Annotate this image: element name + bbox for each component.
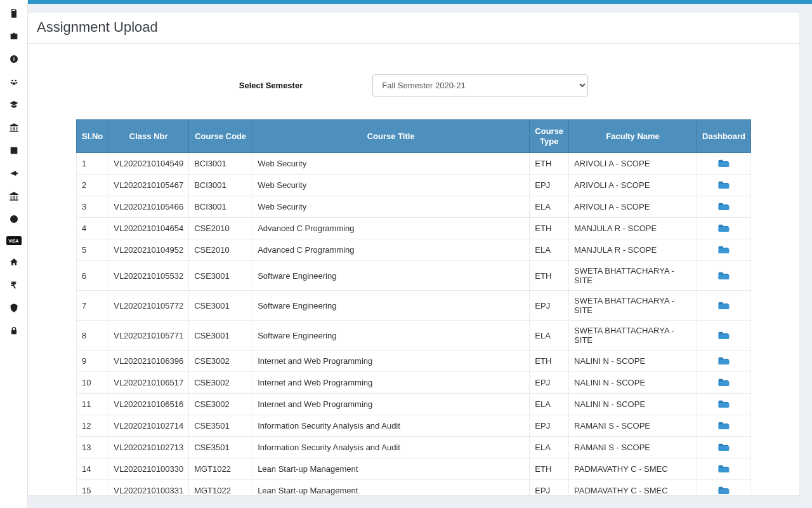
cell-coursetype: ETH xyxy=(530,218,569,239)
cell-dashboard xyxy=(697,480,751,495)
institution-icon[interactable] xyxy=(8,122,20,133)
cell-faculty: PADMAVATHY C - SMEC xyxy=(569,458,697,480)
svg-point-3 xyxy=(11,80,13,82)
assignments-table: Sl.No Class Nbr Course Code Course Title… xyxy=(76,119,751,495)
cell-classnbr: VL2020210105771 xyxy=(108,321,189,351)
th-slno: Sl.No xyxy=(77,120,108,153)
folder-open-icon[interactable] xyxy=(718,485,730,494)
cell-dashboard xyxy=(697,291,751,321)
cell-dashboard xyxy=(697,321,751,351)
cell-dashboard xyxy=(697,372,751,394)
globe-icon[interactable] xyxy=(8,213,20,225)
folder-open-icon[interactable] xyxy=(718,356,730,364)
cell-coursecode: CSE3001 xyxy=(189,291,252,321)
cell-faculty: NALINI N - SCOPE xyxy=(569,351,697,372)
cell-faculty: ARIVOLI A - SCOPE xyxy=(569,153,697,175)
th-coursetype: CourseType xyxy=(530,120,569,153)
cell-dashboard xyxy=(697,218,751,239)
cell-dashboard xyxy=(697,458,751,480)
institution-icon-2[interactable] xyxy=(8,190,20,202)
th-faculty: Faculty Name xyxy=(569,120,697,153)
cell-slno: 4 xyxy=(77,218,108,239)
table-row: 11VL2020210106516CSE3002Internet and Web… xyxy=(77,394,751,415)
cell-classnbr: VL2020210105466 xyxy=(108,196,189,218)
cell-slno: 14 xyxy=(77,458,108,480)
folder-open-icon[interactable] xyxy=(718,180,730,189)
briefcase-icon[interactable] xyxy=(8,30,20,42)
table-row: 7VL2020210105772CSE3001Software Engineer… xyxy=(77,291,751,321)
folder-open-icon[interactable] xyxy=(718,377,730,386)
folder-open-icon[interactable] xyxy=(718,271,730,279)
cell-faculty: MANJULA R - SCOPE xyxy=(569,239,697,261)
cell-classnbr: VL2020210104549 xyxy=(108,153,189,175)
cell-coursetype: ELA xyxy=(530,437,569,458)
semester-label: Select Semester xyxy=(239,81,303,90)
info-icon[interactable] xyxy=(8,53,20,65)
cell-faculty: PADMAVATHY C - SMEC xyxy=(569,480,697,495)
phone-icon[interactable] xyxy=(8,8,20,19)
cell-faculty: NALINI N - SCOPE xyxy=(569,394,697,415)
cell-coursetype: EPJ xyxy=(530,291,569,321)
cell-classnbr: VL2020210100330 xyxy=(108,458,189,480)
cell-classnbr: VL2020210106396 xyxy=(108,351,189,372)
cell-coursetype: ELA xyxy=(530,196,569,218)
cell-slno: 12 xyxy=(77,415,108,437)
cell-classnbr: VL2020210104952 xyxy=(108,239,189,261)
cell-dashboard xyxy=(697,239,751,261)
cell-faculty: MANJULA R - SCOPE xyxy=(569,218,697,239)
cell-faculty: SWETA BHATTACHARYA - SITE xyxy=(569,291,697,321)
sidebar: VISA ₹ xyxy=(0,0,28,508)
main-area: Assignment Upload Select Semester Fall S… xyxy=(28,4,799,495)
svg-point-8 xyxy=(10,215,18,223)
paw-icon[interactable] xyxy=(8,76,20,88)
cell-faculty: ARIVOLI A - SCOPE xyxy=(569,196,697,218)
table-row: 5VL2020210104952CSE2010Advanced C Progra… xyxy=(77,239,751,261)
grad-cap-icon[interactable] xyxy=(8,99,20,110)
cell-faculty: NALINI N - SCOPE xyxy=(569,372,697,394)
folder-open-icon[interactable] xyxy=(718,300,730,309)
cell-slno: 5 xyxy=(77,239,108,261)
cell-coursetype: ETH xyxy=(530,458,569,480)
lock-icon[interactable] xyxy=(8,325,20,337)
folder-open-icon[interactable] xyxy=(718,399,730,408)
rupee-icon[interactable]: ₹ xyxy=(8,279,20,291)
folder-open-icon[interactable] xyxy=(718,442,730,451)
table-row: 4VL2020210104654CSE2010Advanced C Progra… xyxy=(77,218,751,239)
home-icon[interactable] xyxy=(8,257,20,268)
table-row: 6VL2020210105532CSE3001Software Engineer… xyxy=(77,261,751,291)
folder-open-icon[interactable] xyxy=(718,464,730,472)
folder-open-icon[interactable] xyxy=(718,244,730,253)
table-header-row: Sl.No Class Nbr Course Code Course Title… xyxy=(77,120,751,153)
cell-classnbr: VL2020210100331 xyxy=(108,480,189,495)
semester-select[interactable]: Fall Semester 2020-21 xyxy=(372,74,588,97)
cell-coursetitle: Software Engineering xyxy=(252,321,530,351)
cell-coursetitle: Lean Start-up Management xyxy=(252,458,530,480)
arrow-icon[interactable] xyxy=(8,168,20,179)
cell-coursetype: ETH xyxy=(530,153,569,175)
cell-coursetitle: Internet and Web Programming xyxy=(252,372,530,394)
folder-open-icon[interactable] xyxy=(718,420,730,429)
cell-slno: 8 xyxy=(77,321,108,351)
cell-classnbr: VL2020210102714 xyxy=(108,415,189,437)
book-icon[interactable] xyxy=(8,145,20,156)
shield-icon[interactable] xyxy=(8,302,20,314)
folder-open-icon[interactable] xyxy=(718,223,730,232)
svg-rect-1 xyxy=(13,58,14,61)
cell-coursetitle: Advanced C Programming xyxy=(252,239,530,261)
cell-faculty: RAMANI S - SCOPE xyxy=(569,437,697,458)
cell-coursecode: BCI3001 xyxy=(189,153,252,175)
cell-coursecode: BCI3001 xyxy=(189,175,252,196)
folder-open-icon[interactable] xyxy=(718,201,730,210)
cell-classnbr: VL2020210102713 xyxy=(108,437,189,458)
table-row: 10VL2020210106517CSE3002Internet and Web… xyxy=(77,372,751,394)
table-row: 13VL2020210102713CSE3501Information Secu… xyxy=(77,437,751,458)
folder-open-icon[interactable] xyxy=(718,158,730,167)
cell-coursecode: CSE3002 xyxy=(189,372,252,394)
th-coursecode: Course Code xyxy=(189,120,252,153)
cell-coursetype: ELA xyxy=(530,239,569,261)
visa-badge[interactable]: VISA xyxy=(6,236,22,245)
folder-open-icon[interactable] xyxy=(718,330,730,339)
table-row: 15VL2020210100331MGT1022Lean Start-up Ma… xyxy=(77,480,751,495)
panel: Assignment Upload Select Semester Fall S… xyxy=(28,13,799,495)
cell-coursetype: ELA xyxy=(530,394,569,415)
